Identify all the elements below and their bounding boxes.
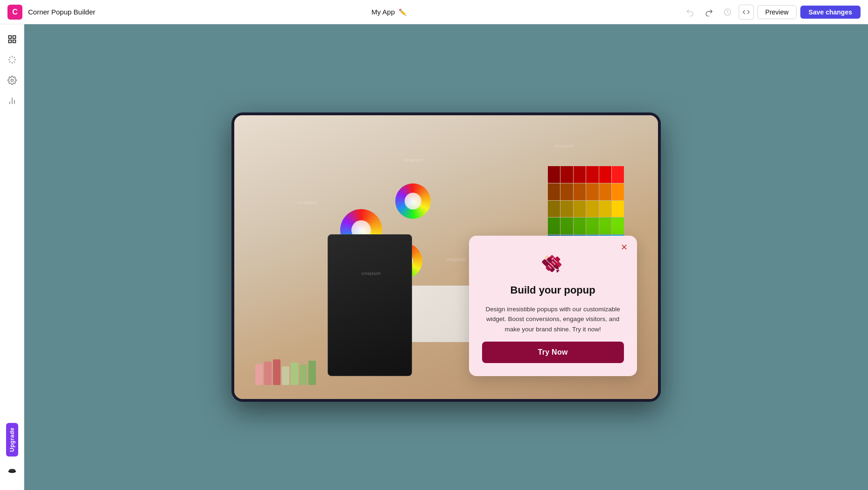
sidebar-bottom: Upgrade	[3, 423, 21, 484]
svg-rect-1	[8, 36, 11, 39]
sidebar-item-layouts[interactable]	[3, 30, 21, 49]
history-button[interactable]	[720, 5, 735, 20]
svg-line-12	[14, 57, 14, 58]
current-app-name: My App	[371, 8, 395, 16]
svg-line-8	[14, 62, 14, 63]
svg-point-18	[9, 469, 15, 472]
upgrade-button[interactable]: Upgrade	[6, 423, 18, 456]
popup-title: Build your popup	[511, 284, 595, 296]
svg-line-11	[9, 62, 10, 63]
color-wheel-3-center	[405, 193, 421, 210]
topbar-center: My App ✏️	[101, 8, 677, 16]
sidebar-item-bottom-logo	[3, 460, 21, 479]
color-swatches-strip	[255, 345, 382, 385]
app-name: Corner Popup Builder	[28, 8, 95, 16]
svg-line-7	[9, 57, 10, 58]
sidebar-item-analytics[interactable]	[3, 91, 21, 110]
popup-card: ✕	[469, 236, 637, 376]
sidebar-item-settings[interactable]	[3, 71, 21, 90]
svg-rect-4	[8, 40, 11, 43]
app-logo: C	[7, 5, 22, 20]
svg-point-13	[11, 79, 13, 82]
topbar-actions: Preview Save changes	[683, 5, 861, 20]
popup-cta-button[interactable]: Try Now	[482, 342, 624, 363]
edit-app-name-icon[interactable]: ✏️	[399, 8, 406, 16]
undo-button[interactable]	[683, 5, 698, 20]
svg-rect-2	[13, 36, 15, 39]
topbar: C Corner Popup Builder My App ✏️ Preview…	[0, 0, 868, 24]
sidebar-item-elements[interactable]	[3, 50, 21, 69]
preview-button[interactable]: Preview	[757, 5, 797, 19]
redo-button[interactable]	[701, 5, 716, 20]
popup-description: Design irresistible popups with our cust…	[482, 304, 624, 335]
device-screen: Unsplash Unsplash Unsplash Unsplash Unsp…	[234, 115, 658, 399]
popup-icon	[540, 251, 566, 277]
sidebar: Upgrade	[0, 24, 24, 490]
canvas-area: Unsplash Unsplash Unsplash Unsplash Unsp…	[24, 24, 868, 490]
code-button[interactable]	[739, 5, 754, 20]
save-changes-button[interactable]: Save changes	[800, 6, 861, 19]
main-layout: Upgrade	[0, 24, 868, 490]
popup-close-button[interactable]: ✕	[618, 241, 630, 253]
device-frame: Unsplash Unsplash Unsplash Unsplash Unsp…	[231, 112, 661, 402]
svg-rect-3	[13, 40, 15, 43]
